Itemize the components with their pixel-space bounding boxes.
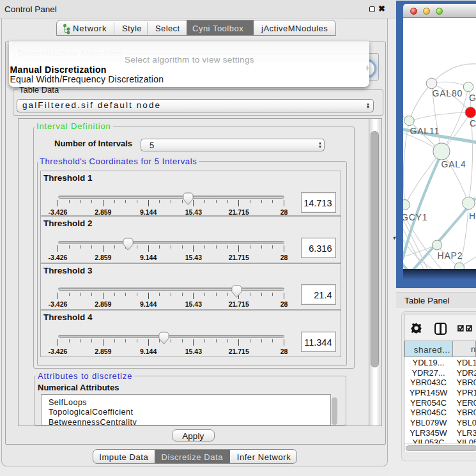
svg-text:HAP2: HAP2 — [438, 250, 463, 261]
svg-text:C: C — [470, 118, 476, 128]
svg-text:GAL80: GAL80 — [433, 88, 463, 98]
svg-text:GAL11: GAL11 — [410, 126, 440, 136]
svg-text:GCY1: GCY1 — [403, 212, 427, 222]
svg-text:H: H — [469, 211, 476, 221]
svg-text:GA: GA — [469, 93, 476, 103]
svg-text:GAL4: GAL4 — [441, 159, 466, 169]
